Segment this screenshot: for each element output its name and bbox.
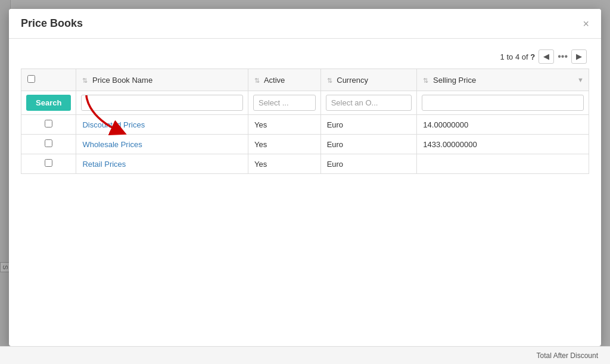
pagination-next-button[interactable]: ▶	[571, 49, 587, 64]
th-checkbox	[21, 69, 76, 91]
row-checkbox[interactable]	[45, 120, 52, 127]
row-active: Yes	[248, 135, 320, 154]
modal-body: 1 to 4 of ? ◀ ••• ▶ ⇅ Price Book Name	[9, 39, 601, 346]
row-selling-price: 14.00000000	[417, 115, 589, 135]
price-book-name-link[interactable]: Discounted Prices	[82, 120, 145, 129]
row-checkbox-cell	[21, 154, 76, 174]
row-active: Yes	[248, 154, 320, 174]
modal-header: Price Books ×	[9, 9, 601, 39]
row-checkbox[interactable]	[45, 139, 52, 147]
modal-title: Price Books	[21, 17, 83, 30]
select-all-checkbox[interactable]	[27, 75, 35, 83]
row-selling-price	[417, 154, 589, 174]
th-selling-price[interactable]: ⇅ Selling Price ▼	[417, 69, 589, 91]
row-checkbox-cell	[21, 135, 76, 154]
row-name: Retail Prices	[76, 154, 248, 174]
row-currency: Euro	[320, 154, 417, 174]
table-body: Discounted PricesYesEuro14.00000000Whole…	[21, 115, 589, 174]
pagination-row: 1 to 4 of ? ◀ ••• ▶	[21, 45, 589, 69]
price-book-name-link[interactable]: Retail Prices	[82, 160, 126, 169]
search-cell-name	[76, 91, 248, 115]
table-row[interactable]: Discounted PricesYesEuro14.00000000	[21, 115, 589, 135]
search-cell-checkbox: Search	[21, 91, 76, 115]
row-name: Discounted Prices	[76, 115, 248, 135]
price-books-table: ⇅ Price Book Name ⇅ Active ⇅ Currency ⇅ …	[21, 69, 589, 174]
th-currency[interactable]: ⇅ Currency	[320, 69, 417, 91]
search-cell-selling-price	[417, 91, 589, 115]
table-row[interactable]: Wholesale PricesYesEuro1433.00000000	[21, 135, 589, 154]
th-price-book-name[interactable]: ⇅ Price Book Name	[76, 69, 248, 91]
currency-select[interactable]: Select an O...	[326, 95, 412, 111]
pagination-prev-button[interactable]: ◀	[539, 49, 554, 64]
sort-icon-active: ⇅	[254, 77, 260, 84]
table-search-row: Search Select ... Select an O...	[21, 91, 589, 115]
row-currency: Euro	[320, 115, 417, 135]
search-button[interactable]: Search	[26, 95, 71, 111]
sort-icon-currency: ⇅	[327, 77, 332, 84]
row-selling-price: 1433.00000000	[417, 135, 589, 154]
price-books-modal: Price Books × 1 to 4 of ? ◀ ••• ▶	[9, 9, 601, 346]
bottom-bar: Total After Discount	[0, 346, 610, 364]
sort-arrow-selling-price: ▼	[577, 76, 584, 83]
th-active[interactable]: ⇅ Active	[248, 69, 320, 91]
search-name-input[interactable]	[81, 95, 243, 111]
sort-icon-name: ⇅	[82, 77, 88, 84]
pagination-range: 1 to 4 of ?	[500, 52, 536, 61]
row-name: Wholesale Prices	[76, 135, 248, 154]
modal-close-button[interactable]: ×	[583, 18, 589, 29]
row-currency: Euro	[320, 135, 417, 154]
active-select[interactable]: Select ...	[253, 95, 316, 111]
search-cell-active: Select ...	[248, 91, 320, 115]
row-checkbox-cell	[21, 115, 76, 135]
pagination-dots[interactable]: •••	[558, 51, 568, 62]
table-header-row: ⇅ Price Book Name ⇅ Active ⇅ Currency ⇅ …	[21, 69, 589, 91]
search-cell-currency: Select an O...	[320, 91, 417, 115]
price-book-name-link[interactable]: Wholesale Prices	[82, 140, 142, 149]
row-checkbox[interactable]	[45, 159, 52, 167]
row-active: Yes	[248, 115, 320, 135]
total-after-discount-label: Total After Discount	[537, 351, 598, 360]
sort-icon-selling-price: ⇅	[423, 77, 428, 84]
selling-price-input[interactable]	[422, 95, 584, 111]
table-row[interactable]: Retail PricesYesEuro	[21, 154, 589, 174]
